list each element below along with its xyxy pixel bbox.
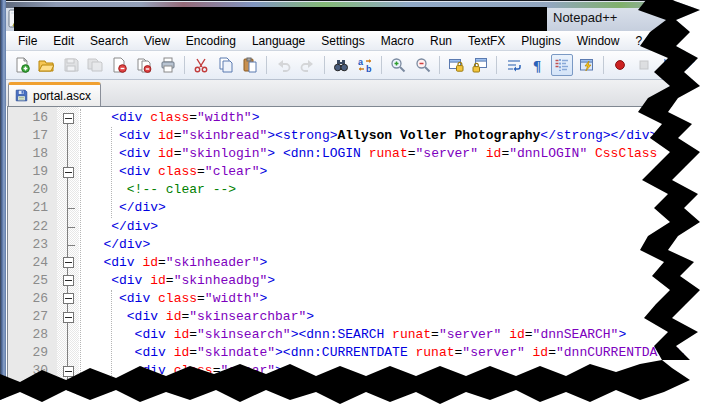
fold-minus-icon[interactable] [63,293,74,304]
fold-minus-icon[interactable] [63,312,74,323]
tab-portal-ascx[interactable]: portal.ascx [8,82,101,106]
fold-minus-icon[interactable] [63,113,74,124]
code-token: CssClass [595,146,657,161]
code-token: <!-- clear --> [127,182,236,197]
toolbar-button-zoom-in[interactable] [387,54,409,76]
code-token: <div [135,345,174,360]
code-line-27[interactable]: <div id="skinsearchbar"> [80,308,705,326]
fold-margin [57,107,79,413]
notepadpp-window: Notepad++ FileEditSearchViewEncodingLang… [0,0,705,413]
menu-item-textfx[interactable]: TextFX [460,32,513,50]
toolbar-button-copy[interactable] [214,54,236,76]
menu-item-edit[interactable]: Edit [45,32,82,50]
line-number: 28 [8,326,57,344]
code-line-23[interactable]: </div> [80,236,705,254]
code-line-21[interactable]: </div> [80,199,705,217]
toolbar-button-print[interactable] [157,54,179,76]
toolbar-button-macro-run-multiple[interactable] [682,54,704,76]
fold-collapse-marker[interactable] [57,254,79,272]
toolbar-button-word-wrap[interactable] [502,54,524,76]
code-token: "server" [439,327,501,342]
toolbar-button-undo[interactable] [272,54,294,76]
code-line-28[interactable]: <div id="skinsearch"><dnn:SEARCH runat="… [80,326,705,344]
code-line-22[interactable]: </div> [80,218,705,236]
code-line-29[interactable]: <div id="skindate"><dnn:CURRENTDATE runa… [80,344,705,362]
fold-collapse-marker[interactable] [57,362,79,380]
toolbar-button-close-all[interactable] [133,54,155,76]
fold-minus-icon[interactable] [63,167,74,178]
fold-collapse-marker[interactable] [57,272,79,290]
code-token: ><dnn:SEARCH [291,327,392,342]
code-token: <div [135,363,174,378]
code-token [587,146,595,161]
fold-minus-icon[interactable] [63,257,74,268]
toolbar-button-user-defined-dialog[interactable] [575,54,597,76]
code-token: > [259,255,267,270]
toolbar-button-sync-vertical[interactable] [445,54,467,76]
code-token: "dnnCURRENTDATE" [556,345,681,360]
toolbar-button-paste[interactable] [239,54,261,76]
menu-item-settings[interactable]: Settings [313,32,372,50]
new-file-icon [14,57,30,73]
fold-minus-icon[interactable] [63,275,74,286]
code-line-16[interactable]: <div class="width"> [80,109,705,127]
code-token: id [158,128,174,143]
fold-collapse-marker[interactable] [57,308,79,326]
code-token: class [174,363,213,378]
menu-item-plugins[interactable]: Plugins [513,32,568,50]
code-area[interactable]: <div class="width"> <div id="skinbread">… [79,107,705,413]
menu-item-encoding[interactable]: Encoding [178,32,244,50]
toolbar-button-open-file[interactable] [35,54,57,76]
code-token: ><strong> [267,128,337,143]
show-all-chars-icon: ¶ [530,57,546,73]
code-token: class [150,110,189,125]
code-line-17[interactable]: <div id="skinbread"><strong>Allyson Voll… [80,127,705,145]
toolbar-button-show-all-chars[interactable]: ¶ [527,54,549,76]
menu-item-search[interactable]: Search [82,32,136,50]
code-line-26[interactable]: <div class="width"> [80,290,705,308]
menu-item-macro[interactable]: Macro [373,32,422,50]
toolbar-button-close-file[interactable] [108,54,130,76]
toolbar-button-save-all[interactable] [84,54,106,76]
fold-collapse-marker[interactable] [57,290,79,308]
svg-text:b: b [366,64,372,73]
zoom-out-icon [415,57,431,73]
menu-item-window[interactable]: Window [569,32,628,50]
toolbar-button-cut[interactable] [190,54,212,76]
code-line-24[interactable]: <div id="skinheader"> [80,254,705,272]
code-line-30[interactable]: <div class="clear"> [80,362,705,380]
menu-item-language[interactable]: Language [244,32,313,50]
menu-item-file[interactable]: File [10,32,45,50]
fold-collapse-marker[interactable] [57,109,79,127]
code-line-25[interactable]: <div id="skinheadbg"> [80,272,705,290]
code-token: > [306,309,314,324]
toolbar-button-macro-play[interactable] [657,54,679,76]
code-line-20[interactable]: <!-- clear --> [80,181,705,199]
fold-collapse-marker[interactable] [57,163,79,181]
toolbar-button-new-file[interactable] [11,54,33,76]
close-file-icon [111,57,127,73]
code-line-19[interactable]: <div class="clear"> [80,163,705,181]
toolbar-button-replace[interactable]: ab [354,54,376,76]
code-line-18[interactable]: <div id="skinlogin"> <dnn:LOGIN runat="s… [80,145,705,163]
toolbar-button-macro-record[interactable] [609,54,631,76]
toolbar-button-macro-stop[interactable] [633,54,655,76]
title-bar[interactable]: Notepad++ [0,0,705,32]
code-token: "dnnLOGIN" [509,146,587,161]
toolbar-button-save[interactable] [60,54,82,76]
toolbar-button-indent-guide[interactable] [551,54,573,76]
code-token: </div> [119,200,166,215]
toolbar-button-sync-horizontal[interactable] [469,54,491,76]
toolbar-button-redo[interactable] [296,54,318,76]
line-number: 30 [8,362,57,380]
code-token: > [275,363,283,378]
toolbar-button-find[interactable] [330,54,352,76]
line-number: 20 [8,181,57,199]
menu-item-run[interactable]: Run [422,32,460,50]
menu-item-help[interactable]: ? [627,32,650,50]
toolbar-button-zoom-out[interactable] [412,54,434,76]
fold-minus-icon[interactable] [63,366,74,377]
menu-item-view[interactable]: View [136,32,178,50]
line-number: 29 [8,344,57,362]
macro-play-icon [660,57,676,73]
